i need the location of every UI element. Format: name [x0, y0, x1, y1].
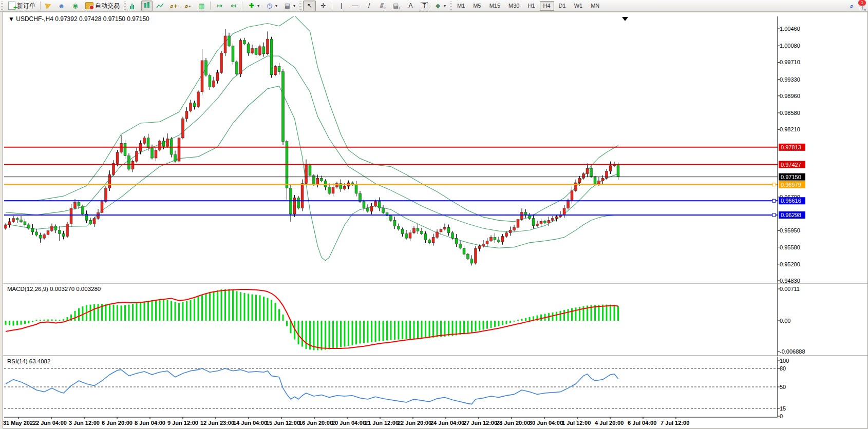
- rsi-panel[interactable]: [4, 368, 778, 408]
- text-tool-button[interactable]: A: [404, 1, 417, 11]
- clock-icon: ◷: [266, 2, 273, 10]
- candle-up: [201, 61, 203, 92]
- candle-down: [228, 36, 231, 46]
- candle-down: [367, 208, 369, 211]
- timeframe-button-H4[interactable]: H4: [540, 1, 554, 11]
- auto-trading-label: 自动交易: [95, 2, 120, 10]
- shapes-button[interactable]: ◆▾: [431, 1, 448, 11]
- macd-histogram-bar: [440, 321, 442, 337]
- chart-shift-button[interactable]: ↤: [227, 1, 240, 11]
- candle-down: [544, 221, 546, 223]
- toolbar-drag-handle[interactable]: [450, 2, 452, 10]
- candle-up: [105, 188, 107, 201]
- toolbar-drag-handle[interactable]: [124, 2, 126, 10]
- candle-down: [243, 41, 246, 44]
- macd-histogram-bar: [540, 315, 542, 321]
- candle-down: [424, 233, 427, 240]
- channel-button[interactable]: ⫻E: [376, 1, 389, 11]
- timeframe-button-M30[interactable]: M30: [505, 1, 523, 11]
- tile-windows-button[interactable]: ▦: [195, 1, 208, 11]
- timeframe-button-M1[interactable]: M1: [454, 1, 468, 11]
- timeframe-button-M5[interactable]: M5: [469, 1, 484, 11]
- candle-up: [521, 212, 523, 220]
- macd-histogram-bar: [614, 305, 615, 321]
- fibonacci-icon: ▤F: [393, 2, 401, 10]
- candlestick-chart-button[interactable]: [141, 1, 153, 11]
- toolbar-drag-handle[interactable]: [1, 2, 3, 10]
- candle-down: [498, 240, 500, 242]
- horizontal-line-button[interactable]: —: [349, 1, 362, 11]
- candle-up: [413, 228, 416, 233]
- zoom-in-button[interactable]: ⌕+: [167, 1, 180, 11]
- periods-button[interactable]: ◷▾: [263, 1, 280, 11]
- new-order-button[interactable]: 新订单: [5, 1, 38, 11]
- macd-histogram-bar: [563, 310, 565, 321]
- hline-handle[interactable]: [772, 199, 776, 202]
- fibonacci-button[interactable]: ▤F: [390, 1, 403, 11]
- macd-histogram-bar: [244, 293, 246, 321]
- zoom-out-button[interactable]: ⌕-: [181, 1, 194, 11]
- candle-down: [24, 222, 26, 225]
- bar-chart-button[interactable]: [127, 1, 140, 11]
- templates-button[interactable]: ▤▾: [281, 1, 298, 11]
- time-tick-label: 28 Jun 20:00: [496, 420, 530, 426]
- market-signal-button[interactable]: ◉: [69, 1, 82, 11]
- cursor-button[interactable]: ↖: [303, 1, 316, 11]
- timeframe-button-M15[interactable]: M15: [486, 1, 504, 11]
- trendline-button[interactable]: /: [363, 1, 375, 11]
- text-label-button[interactable]: T: [418, 1, 430, 11]
- candle-up: [490, 237, 493, 241]
- macd-histogram-bar: [201, 295, 203, 321]
- candle-up: [478, 246, 481, 248]
- main-panel[interactable]: [5, 16, 620, 266]
- macd-histogram-bar: [255, 295, 257, 321]
- macd-histogram-bar: [51, 319, 53, 321]
- candle-up: [578, 178, 581, 183]
- hline-handle[interactable]: [772, 183, 776, 186]
- candle-up: [374, 202, 377, 206]
- candle-down: [355, 185, 357, 193]
- chart-canvas[interactable]: 1.004601.000800.997100.993300.989600.985…: [3, 12, 867, 428]
- timeframe-button-MN[interactable]: MN: [587, 1, 603, 11]
- toolbar-drag-handle[interactable]: [299, 2, 301, 10]
- equidistant-channel-icon: ⫻E: [379, 2, 387, 10]
- macd-histogram-bar: [460, 321, 461, 335]
- timeframe-button-D1[interactable]: D1: [555, 1, 570, 11]
- candle-up: [182, 119, 184, 138]
- chart-shift-marker-icon[interactable]: [622, 17, 628, 21]
- notifications-button[interactable]: 1: [862, 2, 863, 9]
- macd-histogram-bar: [606, 305, 608, 321]
- hline-handle[interactable]: [772, 213, 776, 217]
- macd-tick-label: 0.00: [780, 318, 790, 324]
- macd-histogram-bar: [506, 321, 507, 324]
- time-tick-label: 31 May 2022: [3, 420, 36, 426]
- candle-up: [136, 151, 138, 161]
- timeframe-button-H1[interactable]: H1: [524, 1, 538, 11]
- search-button[interactable]: ⌕: [845, 1, 858, 11]
- candle-down: [532, 219, 535, 226]
- line-chart-button[interactable]: [154, 1, 166, 11]
- time-tick-label: 24 Jun 04:00: [430, 420, 464, 426]
- candle-up: [74, 202, 77, 208]
- macd-panel[interactable]: [5, 289, 619, 350]
- auto-scroll-icon: ↦: [216, 2, 223, 10]
- candle-up: [131, 161, 134, 169]
- crosshair-button[interactable]: ✛: [317, 1, 330, 11]
- indicators-button[interactable]: ✚▾: [245, 1, 262, 11]
- timeframe-button-W1[interactable]: W1: [571, 1, 587, 11]
- community-button[interactable]: ☻: [55, 1, 68, 11]
- indicators-icon: ✚: [248, 2, 255, 10]
- candle-down: [378, 202, 381, 208]
- auto-trading-button[interactable]: 自动交易: [83, 1, 122, 11]
- candle-up: [598, 181, 600, 185]
- macd-histogram-bar: [317, 321, 318, 350]
- candle-up: [190, 103, 192, 111]
- auto-scroll-button[interactable]: ↦: [213, 1, 226, 11]
- news-button[interactable]: [43, 1, 54, 11]
- macd-histogram-bar: [498, 321, 500, 326]
- candle-down: [255, 48, 257, 54]
- vertical-line-button[interactable]: |: [335, 1, 348, 11]
- macd-histogram-bar: [421, 321, 423, 339]
- macd-histogram-bar: [5, 321, 7, 325]
- macd-histogram-bar: [471, 321, 473, 333]
